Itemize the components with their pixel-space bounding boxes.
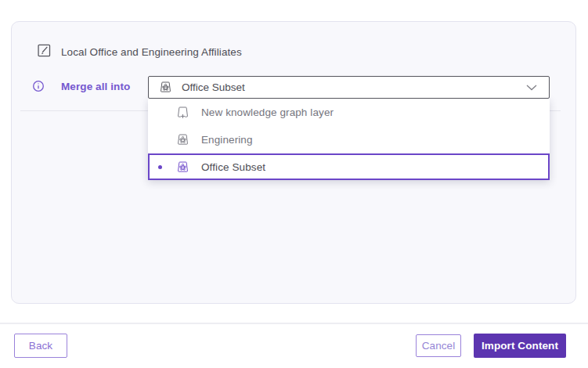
dropdown-option-enginering[interactable]: Enginering xyxy=(148,126,550,153)
source-layer-label: Local Office and Engineering Affiliates xyxy=(61,46,242,58)
option-label: Office Subset xyxy=(201,161,265,173)
edit-layer-icon xyxy=(38,44,51,57)
select-value: Office Subset xyxy=(182,81,245,93)
dropdown-option-office-subset[interactable]: Office Subset xyxy=(148,153,550,180)
merge-target-select[interactable]: Office Subset xyxy=(148,76,550,99)
option-label: Enginering xyxy=(201,134,253,146)
option-label: New knowledge graph layer xyxy=(201,106,334,118)
chevron-down-icon xyxy=(526,85,537,91)
import-options-panel: Local Office and Engineering Affiliates … xyxy=(11,21,576,304)
new-knowledge-graph-layer-icon xyxy=(175,105,191,120)
info-icon[interactable] xyxy=(32,80,45,92)
import-content-dialog: Local Office and Engineering Affiliates … xyxy=(0,0,588,368)
back-button[interactable]: Back xyxy=(14,334,67,358)
footer-divider xyxy=(0,323,588,324)
knowledge-graph-layer-icon xyxy=(175,160,191,175)
cancel-button[interactable]: Cancel xyxy=(416,334,461,357)
knowledge-graph-layer-icon xyxy=(157,80,174,95)
merge-target-dropdown-menu: New knowledge graph layer Enginering xyxy=(148,99,550,180)
selected-bullet xyxy=(158,165,162,169)
merge-all-into-label: Merge all into xyxy=(61,81,130,92)
import-content-button[interactable]: Import Content xyxy=(474,334,566,358)
dropdown-option-new-knowledge-graph-layer[interactable]: New knowledge graph layer xyxy=(148,99,550,126)
knowledge-graph-layer-icon xyxy=(175,132,191,147)
